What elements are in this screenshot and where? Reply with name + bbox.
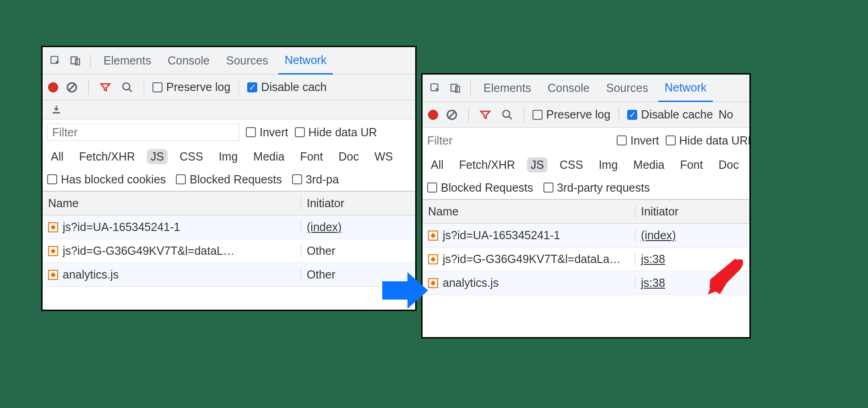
tab-network[interactable]: Network — [278, 47, 333, 75]
request-initiator[interactable]: Other — [307, 244, 336, 257]
js-file-icon — [428, 254, 438, 264]
blocked-requests-label: Blocked Requests — [441, 181, 533, 194]
col-name-header[interactable]: Name — [423, 205, 635, 218]
js-file-icon — [48, 222, 58, 232]
type-all[interactable]: All — [427, 157, 447, 172]
network-toolbar: Preserve log ✓Disable cache No — [423, 102, 749, 128]
filter-strip: Invert Hide data URLs All Fetch/XHR JS C… — [423, 128, 749, 199]
request-initiator[interactable]: js:38 — [641, 276, 665, 289]
device-toggle-icon[interactable] — [67, 53, 84, 69]
invert-label: Invert — [260, 126, 288, 139]
svg-rect-9 — [451, 84, 457, 91]
col-initiator-header[interactable]: Initiator — [635, 205, 749, 218]
inspect-icon[interactable] — [47, 53, 64, 69]
disable-cache-checkbox[interactable]: ✓Disable cach — [247, 81, 326, 94]
throttling-cut: No — [718, 108, 733, 121]
preserve-log-checkbox[interactable]: Preserve log — [152, 81, 230, 94]
divider — [470, 81, 471, 96]
svg-line-4 — [69, 84, 75, 90]
preserve-log-checkbox[interactable]: Preserve log — [532, 108, 610, 121]
record-button[interactable] — [48, 82, 58, 92]
type-doc[interactable]: Doc — [715, 157, 742, 172]
type-js[interactable]: JS — [147, 149, 168, 164]
request-initiator[interactable]: (index) — [307, 220, 342, 233]
type-js[interactable]: JS — [527, 157, 548, 172]
request-name: js?id=UA-165345241-1 — [63, 220, 180, 234]
col-name-header[interactable]: Name — [43, 197, 301, 210]
disable-cache-label: Disable cach — [261, 81, 326, 94]
device-toggle-icon[interactable] — [447, 80, 464, 97]
filter-icon[interactable] — [97, 79, 114, 96]
type-css[interactable]: CSS — [556, 157, 586, 172]
filter-icon[interactable] — [477, 107, 494, 123]
invert-checkbox[interactable]: Invert — [246, 126, 288, 139]
divider — [524, 107, 524, 122]
divider — [90, 54, 91, 68]
devtools-panel-before: Elements Console Sources Network Preserv… — [41, 46, 417, 311]
request-initiator[interactable]: Other — [307, 268, 336, 281]
tab-elements[interactable]: Elements — [477, 75, 537, 102]
type-ws[interactable]: WS — [371, 149, 396, 164]
table-header: Name Initiator — [43, 192, 415, 215]
col-initiator-header[interactable]: Initiator — [301, 197, 415, 210]
devtools-tabstrip: Elements Console Sources Network — [43, 47, 415, 75]
blocked-cookies-checkbox[interactable]: Has blocked cookies — [47, 173, 166, 186]
type-font[interactable]: Font — [296, 149, 326, 164]
svg-line-6 — [129, 89, 132, 92]
search-icon[interactable] — [499, 107, 515, 123]
tab-sources[interactable]: Sources — [220, 47, 275, 75]
filter-input[interactable] — [427, 132, 610, 149]
divider — [88, 80, 89, 95]
tab-console[interactable]: Console — [161, 47, 216, 75]
request-initiator[interactable]: js:38 — [641, 252, 665, 265]
table-row[interactable]: analytics.js Other — [43, 263, 415, 287]
svg-point-13 — [503, 110, 510, 117]
divider — [468, 107, 469, 122]
invert-checkbox[interactable]: Invert — [617, 134, 659, 147]
type-fetch[interactable]: Fetch/XHR — [456, 157, 519, 172]
type-fetch[interactable]: Fetch/XHR — [76, 149, 139, 164]
network-toolbar: Preserve log ✓Disable cach — [43, 75, 415, 100]
type-doc[interactable]: Doc — [335, 149, 362, 164]
table-row[interactable]: js?id=UA-165345241-1 (index) — [423, 224, 749, 247]
request-initiator[interactable]: (index) — [641, 229, 676, 242]
type-media[interactable]: Media — [250, 149, 288, 164]
request-name: js?id=G-G36G49KV7T&l=dataL… — [63, 244, 234, 258]
record-button[interactable] — [428, 110, 438, 120]
type-img[interactable]: Img — [595, 157, 622, 172]
table-row[interactable]: js?id=G-G36G49KV7T&l=dataL… Other — [43, 239, 415, 263]
clear-icon[interactable] — [64, 79, 80, 96]
clear-icon[interactable] — [444, 107, 460, 123]
tab-sources[interactable]: Sources — [600, 75, 655, 102]
third-party-checkbox[interactable]: 3rd-pa — [292, 173, 339, 186]
preserve-log-label: Preserve log — [166, 81, 230, 94]
hide-data-urls-checkbox[interactable]: Hide data UR — [295, 126, 377, 139]
annotation-arrow-callout-icon — [705, 256, 746, 300]
tab-elements[interactable]: Elements — [97, 47, 157, 75]
network-table: Name Initiator js?id=UA-165345241-1 (ind… — [423, 199, 749, 295]
tab-console[interactable]: Console — [541, 75, 596, 102]
request-name: analytics.js — [63, 268, 119, 281]
type-img[interactable]: Img — [215, 149, 242, 164]
divider — [239, 80, 239, 95]
table-row[interactable]: js?id=G-G36G49KV7T&l=dataLa… js:38 — [423, 247, 749, 271]
js-file-icon — [48, 246, 58, 256]
blocked-requests-checkbox[interactable]: Blocked Requests — [427, 181, 533, 194]
table-row[interactable]: js?id=UA-165345241-1 (index) — [43, 215, 415, 239]
blocked-requests-checkbox[interactable]: Blocked Requests — [176, 173, 282, 186]
disable-cache-checkbox[interactable]: ✓Disable cache — [627, 108, 713, 121]
filter-input[interactable] — [47, 123, 239, 141]
third-party-checkbox[interactable]: 3rd-party requests — [543, 181, 650, 194]
type-all[interactable]: All — [47, 149, 67, 164]
request-name: js?id=G-G36G49KV7T&l=dataLa… — [443, 252, 621, 266]
invert-label: Invert — [630, 134, 659, 147]
download-icon[interactable] — [48, 102, 65, 118]
table-row[interactable]: analytics.js js:38 — [423, 271, 749, 295]
type-media[interactable]: Media — [629, 157, 668, 172]
hide-data-urls-checkbox[interactable]: Hide data URLs — [666, 134, 751, 147]
tab-network[interactable]: Network — [658, 75, 713, 102]
search-icon[interactable] — [119, 79, 136, 96]
inspect-icon[interactable] — [427, 80, 444, 97]
type-font[interactable]: Font — [676, 157, 706, 172]
type-css[interactable]: CSS — [176, 149, 206, 164]
